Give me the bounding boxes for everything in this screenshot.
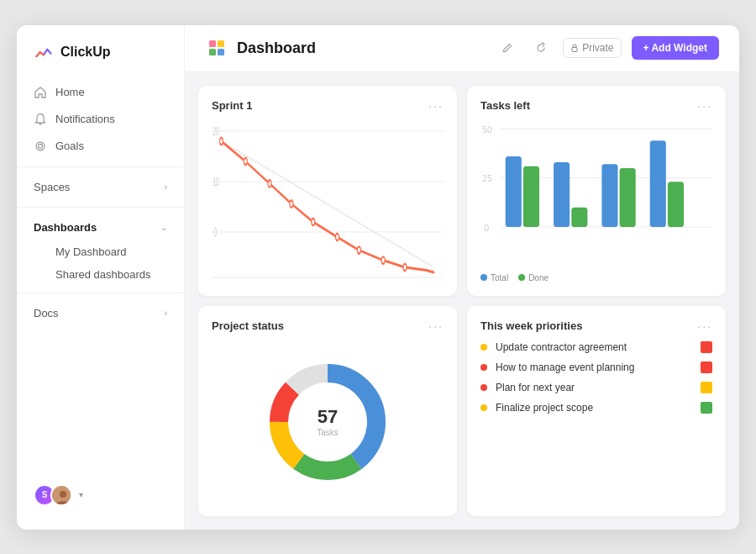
svg-line-16 <box>222 141 434 267</box>
svg-text:20: 20 <box>213 124 219 137</box>
docs-label: Docs <box>34 307 165 319</box>
nav-divider-2 <box>17 207 184 208</box>
project-status-title: Project status <box>212 319 428 332</box>
priority-text-2: Plan for next year <box>496 382 701 393</box>
main-area: Dashboard <box>185 25 739 530</box>
priority-item-2[interactable]: Plan for next year <box>480 382 712 393</box>
sprint-line-chart: 20 10 0 <box>212 121 444 282</box>
sidebar-item-spaces[interactable]: Spaces › <box>17 174 184 200</box>
legend-done-dot <box>518 274 525 281</box>
logo-text: ClickUp <box>60 45 111 60</box>
priority-dot-1 <box>480 364 487 371</box>
edit-button[interactable] <box>496 36 519 60</box>
priority-dot-2 <box>480 384 487 391</box>
priority-list: Update contractor agreement How to manag… <box>480 341 712 503</box>
svg-rect-8 <box>572 48 577 52</box>
priority-flag-3 <box>701 402 712 414</box>
sidebar-item-docs[interactable]: Docs › <box>17 300 184 326</box>
notifications-label: Notifications <box>55 113 167 125</box>
svg-text:0: 0 <box>484 222 489 233</box>
priority-dot-3 <box>480 404 487 411</box>
tasks-menu-button[interactable]: ··· <box>697 99 712 113</box>
donut-area: 57 Tasks <box>212 341 444 503</box>
svg-rect-7 <box>218 49 224 55</box>
svg-rect-4 <box>209 40 216 47</box>
sidebar-item-goals[interactable]: Goals <box>17 133 184 160</box>
project-status-menu-button[interactable]: ··· <box>428 319 444 333</box>
svg-point-0 <box>36 142 45 150</box>
svg-rect-37 <box>620 168 636 227</box>
donut-center: 57 Tasks <box>317 406 339 437</box>
project-status-widget: Project status ··· <box>198 306 457 516</box>
dashboards-arrow-icon: ⌄ <box>160 223 167 232</box>
priority-item-0[interactable]: Update contractor agreement <box>480 341 712 353</box>
svg-point-19 <box>268 180 271 187</box>
svg-point-21 <box>312 218 315 224</box>
sprint-title: Sprint 1 <box>212 99 428 112</box>
sidebar-item-shared-dashboards[interactable]: Shared dashboards <box>17 263 184 286</box>
legend-total-dot <box>480 274 487 281</box>
dashboard-grid: Sprint 1 ··· 20 10 0 <box>185 72 739 530</box>
home-icon <box>34 86 47 99</box>
svg-rect-35 <box>571 207 587 226</box>
svg-text:25: 25 <box>482 172 492 183</box>
bell-icon <box>34 113 47 126</box>
legend-total-label: Total <box>491 273 508 282</box>
avatar-user <box>50 484 72 506</box>
svg-point-25 <box>403 263 407 270</box>
dashboard-grid-icon <box>205 36 228 60</box>
priority-item-3[interactable]: Finalize project scope <box>480 402 712 414</box>
tasks-bar-chart: 50 25 0 <box>480 121 712 268</box>
footer-expand-icon[interactable]: ▾ <box>79 490 83 499</box>
legend-done-label: Done <box>528 273 549 282</box>
priority-flag-0 <box>701 341 712 353</box>
svg-point-24 <box>381 256 385 263</box>
dashboards-label: Dashboards <box>34 221 160 234</box>
avatar-group: S <box>34 484 72 506</box>
priorities-title: This week priorities <box>480 319 697 332</box>
donut-label: Tasks <box>317 428 339 437</box>
svg-rect-32 <box>506 156 522 227</box>
svg-rect-34 <box>554 162 570 227</box>
page-title: Dashboard <box>237 40 496 57</box>
priority-text-3: Finalize project scope <box>496 402 701 414</box>
private-badge[interactable]: Private <box>563 38 621 58</box>
svg-rect-5 <box>218 40 224 47</box>
svg-rect-6 <box>209 49 216 55</box>
goals-icon <box>34 140 47 153</box>
private-label: Private <box>582 42 613 54</box>
sidebar-item-my-dashboard[interactable]: My Dashboard <box>17 240 184 263</box>
nav-divider-1 <box>17 166 184 167</box>
sidebar-item-notifications[interactable]: Notifications <box>17 106 184 133</box>
svg-point-18 <box>244 157 247 164</box>
svg-point-22 <box>335 233 339 240</box>
home-label: Home <box>55 86 167 98</box>
priority-item-1[interactable]: How to manage event planning <box>480 361 712 373</box>
sprint-chart-area: 20 10 0 <box>212 121 444 282</box>
sidebar-item-dashboards[interactable]: Dashboards ⌄ <box>17 214 184 240</box>
my-dashboard-label: My Dashboard <box>55 245 127 258</box>
svg-point-1 <box>39 144 43 148</box>
main-nav: Home Notifications Goals <box>17 79 184 474</box>
sidebar-item-home[interactable]: Home <box>17 79 184 106</box>
tasks-legend: Total Done <box>480 273 712 282</box>
main-header: Dashboard <box>185 25 739 72</box>
priority-flag-2 <box>701 382 712 393</box>
sprint-widget-header: Sprint 1 ··· <box>212 99 444 113</box>
tasks-chart-area: 50 25 0 <box>480 121 712 268</box>
svg-text:50: 50 <box>482 124 492 135</box>
svg-text:0: 0 <box>213 225 217 238</box>
priority-dot-0 <box>480 344 487 351</box>
add-widget-button[interactable]: + Add Widget <box>632 36 719 60</box>
sprint-menu-button[interactable]: ··· <box>428 99 444 113</box>
spaces-label: Spaces <box>34 181 165 193</box>
priorities-menu-button[interactable]: ··· <box>697 319 712 333</box>
svg-rect-38 <box>650 140 666 227</box>
header-actions: Private + Add Widget <box>496 36 719 60</box>
logo-area: ClickUp <box>17 42 184 79</box>
project-status-header: Project status ··· <box>212 319 444 333</box>
tasks-left-widget: Tasks left ··· 50 25 0 <box>467 86 726 296</box>
refresh-button[interactable] <box>529 36 553 60</box>
sidebar-footer: S ▾ <box>17 474 184 516</box>
clickup-logo-icon <box>34 42 54 62</box>
